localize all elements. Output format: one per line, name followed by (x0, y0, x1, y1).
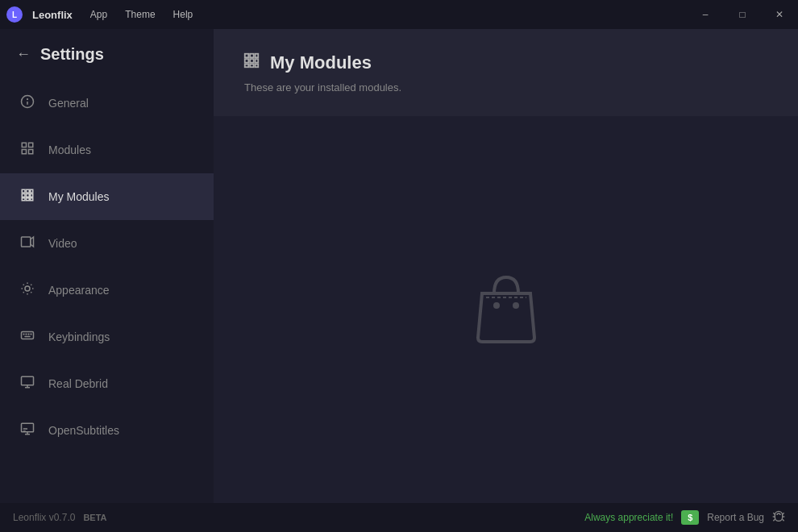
svg-point-18 (25, 286, 30, 291)
content-title-row: My Modules (243, 52, 769, 73)
svg-rect-35 (256, 54, 259, 58)
svg-rect-10 (22, 194, 25, 197)
sidebar-item-appearance[interactable]: Appearance (0, 267, 214, 314)
statusbar: Leonflix v0.7.0 BETA Always appreciate i… (0, 503, 798, 532)
menu-app[interactable]: App (82, 6, 115, 23)
svg-line-49 (783, 519, 784, 521)
svg-rect-3 (22, 143, 26, 147)
sidebar-item-video-label: Video (48, 237, 77, 250)
svg-rect-6 (29, 150, 33, 154)
report-bug-link[interactable]: Report a Bug (707, 512, 764, 523)
modules-icon (19, 141, 35, 159)
app-logo: L (6, 6, 23, 23)
sidebar: ← Settings General (0, 29, 214, 503)
sidebar-item-real-debrid[interactable]: Real Debrid (0, 360, 214, 407)
svg-rect-4 (29, 143, 33, 147)
sidebar-nav: General Modules (0, 80, 214, 454)
maximize-button[interactable]: □ (724, 0, 761, 29)
video-icon (19, 235, 35, 252)
svg-point-43 (513, 302, 519, 309)
sidebar-item-general-label: General (48, 97, 89, 110)
svg-rect-8 (27, 189, 30, 193)
keybindings-icon (19, 328, 35, 346)
svg-rect-7 (22, 189, 25, 193)
app-name: Leonflix (32, 9, 73, 21)
sidebar-item-keybindings[interactable]: Keybindings (0, 314, 214, 360)
svg-line-47 (783, 513, 784, 514)
svg-rect-15 (31, 198, 33, 201)
svg-rect-19 (22, 332, 34, 339)
settings-title: Settings (40, 45, 104, 64)
minimize-button[interactable]: – (687, 0, 724, 29)
close-button[interactable]: ✕ (761, 0, 798, 29)
sidebar-item-modules[interactable]: Modules (0, 127, 214, 173)
menu-help[interactable]: Help (165, 6, 202, 23)
beta-badge: BETA (83, 513, 106, 522)
real-debrid-icon (19, 375, 35, 393)
content-title: My Modules (270, 52, 372, 73)
my-modules-icon (19, 188, 35, 206)
content-header: My Modules These are your installed modu… (214, 29, 798, 116)
svg-rect-14 (27, 198, 30, 201)
main-layout: ← Settings General (0, 29, 798, 503)
svg-rect-36 (245, 59, 249, 63)
sidebar-item-keybindings-label: Keybindings (48, 330, 110, 343)
svg-rect-41 (256, 64, 259, 68)
sidebar-item-video[interactable]: Video (0, 220, 214, 267)
empty-bag-icon (462, 265, 551, 354)
sidebar-item-modules-label: Modules (48, 143, 91, 156)
titlebar-controls: – □ ✕ (687, 0, 798, 29)
empty-state (462, 265, 551, 354)
content-description: These are your installed modules. (243, 81, 769, 94)
statusbar-left: Leonflix v0.7.0 BETA (13, 512, 107, 523)
svg-line-46 (773, 513, 775, 514)
opensubtitles-icon (19, 422, 35, 439)
svg-marker-17 (31, 237, 34, 247)
svg-rect-38 (256, 59, 259, 63)
svg-rect-40 (250, 64, 254, 68)
sidebar-item-real-debrid-label: Real Debrid (48, 377, 108, 390)
content-area: My Modules These are your installed modu… (214, 29, 798, 503)
svg-rect-13 (22, 198, 25, 201)
svg-point-42 (493, 302, 500, 309)
bug-icon[interactable] (772, 510, 785, 526)
sidebar-item-opensubtitles-label: OpenSubtitles (48, 424, 119, 437)
app-version: Leonflix v0.7.0 (13, 512, 75, 523)
appearance-icon (19, 281, 35, 299)
svg-rect-16 (22, 237, 31, 247)
sidebar-item-opensubtitles[interactable]: OpenSubtitles (0, 407, 214, 454)
svg-rect-5 (22, 150, 26, 154)
sidebar-item-appearance-label: Appearance (48, 284, 110, 297)
titlebar: L Leonflix App Theme Help – □ ✕ (0, 0, 798, 29)
settings-header: ← Settings (0, 35, 214, 80)
svg-rect-39 (245, 64, 249, 68)
back-button[interactable]: ← (16, 46, 31, 63)
titlebar-left: L Leonflix App Theme Help (6, 6, 201, 23)
content-body (214, 116, 798, 503)
menu-items: App Theme Help (82, 6, 201, 23)
svg-rect-28 (22, 423, 34, 432)
svg-rect-11 (27, 194, 30, 197)
info-icon (19, 94, 35, 112)
svg-rect-9 (31, 189, 33, 193)
sidebar-item-general[interactable]: General (0, 80, 214, 127)
svg-rect-37 (250, 59, 254, 63)
svg-rect-34 (250, 54, 254, 58)
sidebar-item-my-modules[interactable]: My Modules (0, 173, 214, 220)
svg-line-48 (773, 519, 775, 521)
svg-rect-12 (31, 194, 33, 197)
statusbar-right: Always appreciate it! $ Report a Bug (584, 510, 785, 526)
sidebar-item-my-modules-label: My Modules (48, 190, 109, 203)
svg-rect-33 (245, 54, 249, 58)
donate-button[interactable]: $ (681, 510, 699, 525)
appreciate-text: Always appreciate it! (584, 512, 673, 523)
content-title-icon (243, 52, 260, 73)
svg-rect-25 (22, 376, 34, 385)
menu-theme[interactable]: Theme (117, 6, 163, 23)
